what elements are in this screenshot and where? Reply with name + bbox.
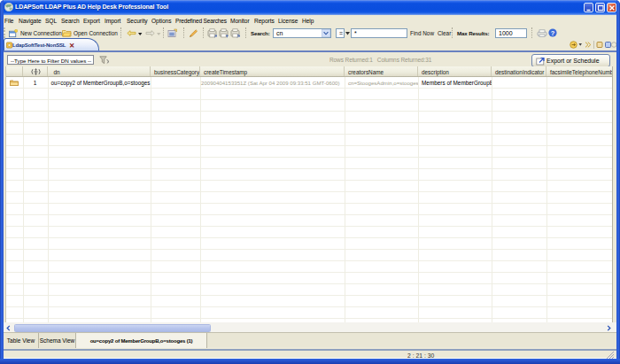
- svg-text:?: ?: [551, 29, 555, 37]
